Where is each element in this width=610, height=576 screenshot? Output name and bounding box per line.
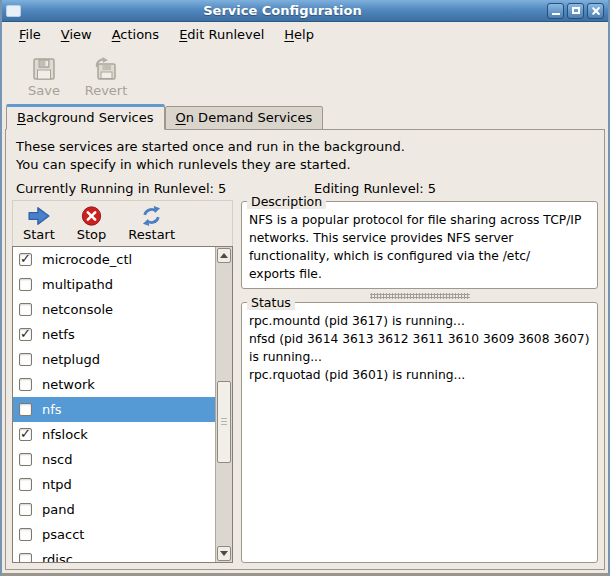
service-checkbox[interactable] <box>19 453 32 466</box>
service-row[interactable]: microcode_ctl <box>13 247 215 272</box>
description-panel: Description NFS is a popular protocol fo… <box>241 201 598 289</box>
service-checkbox[interactable] <box>19 478 32 491</box>
stop-icon <box>80 205 103 227</box>
tab-background-services[interactable]: Background Services <box>6 104 165 130</box>
service-name-label: netplugd <box>42 352 100 367</box>
status-text: rpc.mountd (pid 3617) is running...nfsd … <box>242 303 597 388</box>
service-row[interactable]: multipathd <box>13 272 215 297</box>
service-checkbox[interactable] <box>19 528 32 541</box>
revert-label: Revert <box>85 83 128 98</box>
service-row[interactable]: ntpd <box>13 472 215 497</box>
tab-content: These services are started once and run … <box>5 129 605 570</box>
service-name-label: microcode_ctl <box>42 252 132 267</box>
service-name-label: pand <box>42 502 75 517</box>
service-row[interactable]: netplugd <box>13 347 215 372</box>
intro-line-2: You can specify in which runlevels they … <box>16 156 598 174</box>
service-checkbox[interactable] <box>19 428 32 441</box>
scroll-down-button[interactable] <box>217 546 231 561</box>
description-text: NFS is a popular protocol for file shari… <box>242 202 597 287</box>
window-title: Service Configuration <box>25 3 540 18</box>
maximize-icon <box>572 7 580 14</box>
menu-help[interactable]: Help <box>275 24 323 45</box>
service-checkbox[interactable] <box>19 253 32 266</box>
scroll-up-button[interactable] <box>217 248 231 263</box>
floppy-revert-icon <box>93 56 119 82</box>
service-checkbox[interactable] <box>19 278 32 291</box>
status-panel: Status rpc.mountd (pid 3617) is running.… <box>241 302 598 563</box>
service-name-label: psacct <box>42 527 84 542</box>
service-list-scrollbar[interactable] <box>215 247 232 562</box>
restart-button[interactable]: Restart <box>120 202 183 245</box>
service-name-label: netfs <box>42 327 75 342</box>
service-row[interactable]: network <box>13 372 215 397</box>
save-button[interactable]: Save <box>18 51 70 102</box>
service-name-label: ntpd <box>42 477 72 492</box>
status-panel-title: Status <box>247 295 295 310</box>
service-name-label: network <box>42 377 95 392</box>
service-checkbox[interactable] <box>19 403 32 416</box>
service-row[interactable]: rdisc <box>13 547 215 563</box>
service-row[interactable]: nfslock <box>13 422 215 447</box>
service-row[interactable]: nfs <box>13 397 215 422</box>
minimize-icon <box>552 13 560 15</box>
minimize-button[interactable] <box>547 3 564 19</box>
service-row[interactable]: psacct <box>13 522 215 547</box>
tab-on-demand-services[interactable]: On Demand Services <box>165 106 324 130</box>
service-action-toolbar: Start Stop <box>12 200 233 246</box>
current-runlevel-label: Currently Running in Runlevel: 5 <box>16 181 226 196</box>
menu-file[interactable]: File <box>10 24 50 45</box>
intro-text: These services are started once and run … <box>16 138 598 173</box>
service-name-label: nfs <box>42 402 62 417</box>
app-icon[interactable] <box>6 5 21 17</box>
service-checkbox[interactable] <box>19 378 32 391</box>
service-name-label: multipathd <box>42 277 113 292</box>
restart-icon <box>140 205 163 227</box>
service-name-label: nfslock <box>42 427 88 442</box>
revert-button[interactable]: Revert <box>80 51 132 102</box>
service-name-label: nscd <box>42 452 72 467</box>
service-row[interactable]: netfs <box>13 322 215 347</box>
arrow-up-icon <box>220 253 228 258</box>
service-checkbox[interactable] <box>19 328 32 341</box>
floppy-disk-icon <box>31 56 57 82</box>
stop-button[interactable]: Stop <box>69 202 115 245</box>
arrow-down-icon <box>220 551 228 556</box>
titlebar[interactable]: Service Configuration <box>2 0 608 22</box>
menu-view[interactable]: View <box>52 24 101 45</box>
start-label: Start <box>23 227 55 242</box>
editing-runlevel-label: Editing Runlevel: 5 <box>314 181 436 196</box>
service-checkbox[interactable] <box>19 303 32 316</box>
start-icon <box>26 205 52 227</box>
menubar: File View Actions Edit Runlevel Help <box>2 22 608 47</box>
start-button[interactable]: Start <box>15 202 63 245</box>
maximize-button[interactable] <box>567 3 584 19</box>
divider-grip-icon <box>370 293 470 299</box>
close-button[interactable] <box>587 3 604 19</box>
service-configuration-window: Service Configuration File View Actions … <box>0 0 610 576</box>
menu-actions[interactable]: Actions <box>103 24 169 45</box>
save-label: Save <box>28 83 60 98</box>
service-checkbox[interactable] <box>19 503 32 516</box>
service-checkbox[interactable] <box>19 353 32 366</box>
service-row[interactable]: netconsole <box>13 297 215 322</box>
close-icon <box>591 6 601 16</box>
toolbar: Save Revert <box>2 47 608 102</box>
description-panel-title: Description <box>247 194 326 209</box>
service-list: microcode_ctl multipathd netconsole netf… <box>13 247 215 562</box>
service-list-panel: microcode_ctl multipathd netconsole netf… <box>12 246 233 563</box>
menu-edit-runlevel[interactable]: Edit Runlevel <box>170 24 273 45</box>
stop-label: Stop <box>77 227 107 242</box>
service-checkbox[interactable] <box>19 553 32 563</box>
service-row[interactable]: nscd <box>13 447 215 472</box>
service-row[interactable]: pand <box>13 497 215 522</box>
service-name-label: netconsole <box>42 302 113 317</box>
scrollbar-thumb[interactable] <box>217 381 231 463</box>
intro-line-1: These services are started once and run … <box>16 138 598 156</box>
service-name-label: rdisc <box>42 552 73 563</box>
restart-label: Restart <box>128 227 175 242</box>
tab-bar: Background Services On Demand Services <box>2 103 608 129</box>
